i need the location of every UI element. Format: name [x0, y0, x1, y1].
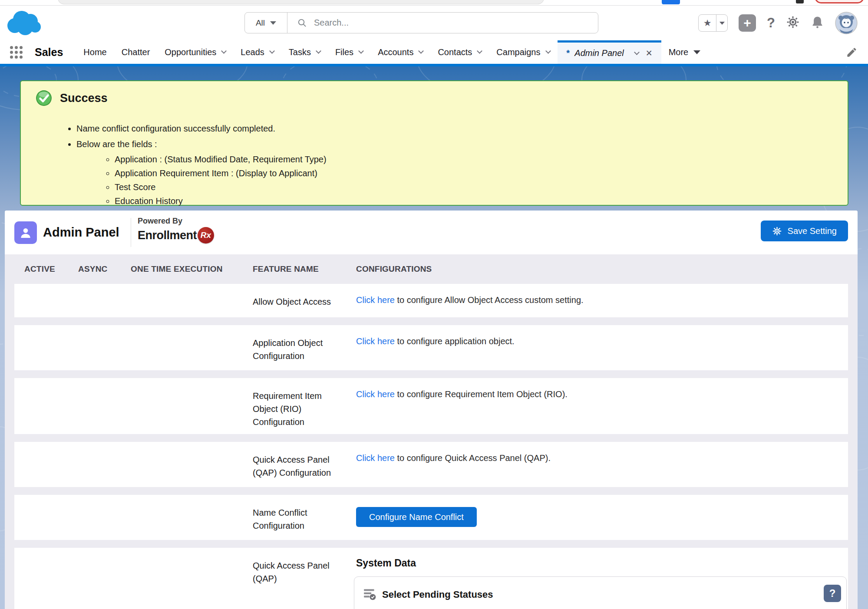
alert-field-item: Application Requirement Item : (Display … — [115, 168, 848, 178]
gear-icon — [772, 226, 782, 236]
admin-panel-card: Admin Panel Powered By Enrollment Rx Sav… — [5, 211, 858, 609]
admin-panel-header: Admin Panel Powered By Enrollment Rx Sav… — [5, 211, 858, 254]
nav-item-campaigns[interactable]: Campaigns — [489, 47, 557, 57]
search-scope-selector[interactable]: All — [245, 13, 287, 33]
header-utility-icons: ★ + ? — [698, 12, 858, 34]
notifications-bell-icon[interactable] — [811, 16, 824, 31]
save-setting-button[interactable]: Save Setting — [761, 221, 848, 241]
favorites-dropdown-icon[interactable] — [716, 15, 727, 31]
feature-name: Quick Access Panel (QAP) Configuration — [253, 453, 337, 479]
success-check-icon — [36, 90, 52, 106]
configuration-cell: Click here to configure Allow Object Acc… — [356, 295, 584, 305]
setup-gear-icon[interactable] — [786, 15, 800, 31]
salesforce-admin-panel-screen: LWC All ★ + ? — [0, 0, 868, 609]
chevron-down-icon[interactable] — [221, 48, 227, 54]
table-row-name-conflict: Name Conflict Configuration Configure Na… — [14, 495, 848, 540]
col-async: ASYNC — [78, 264, 108, 274]
select-pending-statuses-section[interactable]: Select Pending Statuses ? — [354, 576, 847, 609]
scope-dropdown-icon — [270, 21, 276, 25]
feature-table-header: ACTIVE ASYNC ONE TIME EXECUTION FEATURE … — [5, 254, 858, 284]
feature-name: Name Conflict Configuration — [253, 506, 337, 532]
chevron-down-icon[interactable] — [419, 48, 424, 54]
chevron-down-icon[interactable] — [358, 48, 364, 54]
success-alert-header: Success — [21, 81, 848, 106]
chevron-down-icon[interactable] — [545, 48, 551, 54]
nav-item-accounts[interactable]: Accounts — [370, 47, 430, 57]
table-row-quick-access-panel-config: Quick Access Panel (QAP) Configuration C… — [14, 442, 848, 487]
col-configurations: CONFIGURATIONS — [356, 264, 432, 274]
browser-extension-icon[interactable] — [796, 0, 804, 3]
admin-user-icon — [14, 221, 37, 244]
section-help-button[interactable]: ? — [824, 585, 841, 602]
nav-item-tasks[interactable]: Tasks — [281, 47, 328, 57]
alert-message-list: Name conflict configuration successfully… — [21, 124, 848, 206]
alert-field-item: Test Score — [115, 182, 848, 192]
user-avatar[interactable] — [835, 12, 858, 34]
nav-item-chatter[interactable]: Chatter — [114, 47, 158, 57]
configuration-cell: Click here to configure application obje… — [356, 336, 515, 346]
chevron-down-icon[interactable] — [269, 48, 275, 54]
col-active: ACTIVE — [24, 264, 55, 274]
active-tab-label: Admin Panel — [574, 48, 624, 58]
feature-name: Allow Object Access — [253, 295, 337, 308]
salesforce-logo — [4, 8, 44, 37]
configuration-cell: Click here to configure Requirement Item… — [356, 389, 568, 399]
click-here-link[interactable]: Click here — [356, 336, 395, 346]
nav-item-contacts[interactable]: Contacts — [430, 47, 489, 57]
favorites-star-icon[interactable]: ★ — [699, 15, 716, 31]
nav-item-files[interactable]: Files — [328, 47, 370, 57]
search-icon — [297, 18, 307, 28]
select-pending-statuses-label: Select Pending Statuses — [382, 589, 493, 600]
alert-field-item: Application : (Status Modified Date, Req… — [115, 155, 848, 165]
feature-name: Requirement Item Object (RIO) Configurat… — [253, 389, 337, 428]
search-input[interactable] — [314, 18, 598, 28]
alert-title: Success — [60, 92, 108, 105]
configure-name-conflict-button[interactable]: Configure Name Conflict — [356, 507, 477, 527]
table-row-requirement-item-object: Requirement Item Object (RIO) Configurat… — [14, 378, 848, 434]
help-icon[interactable]: ? — [767, 15, 775, 31]
page-title: Admin Panel — [43, 211, 119, 254]
app-launcher-icon[interactable] — [10, 46, 23, 59]
feature-name: Quick Access Panel (QAP) — [253, 559, 337, 585]
close-tab-icon[interactable]: ✕ — [646, 48, 653, 58]
click-here-link[interactable]: Click here — [356, 389, 395, 399]
list-check-icon — [363, 587, 377, 601]
nav-item-more[interactable]: More — [661, 47, 708, 57]
feature-name: Application Object Configuration — [253, 336, 337, 362]
browser-address-bar[interactable] — [58, 0, 544, 4]
tab-admin-panel-active[interactable]: * Admin Panel ✕ — [558, 40, 661, 64]
nav-item-leads[interactable]: Leads — [233, 47, 281, 57]
click-here-link[interactable]: Click here — [356, 453, 395, 463]
chevron-down-icon[interactable] — [634, 49, 640, 55]
powered-by-label: Powered By — [138, 217, 214, 226]
nav-item-opportunities[interactable]: Opportunities — [157, 47, 233, 57]
search-scope-label: All — [256, 18, 265, 28]
click-here-link[interactable]: Click here — [356, 295, 395, 305]
unsaved-marker: * — [566, 48, 570, 58]
favorites-button-group: ★ — [698, 14, 728, 32]
global-actions-plus-icon[interactable]: + — [739, 14, 756, 32]
enrollmentrx-logo: Rx — [198, 227, 214, 244]
system-data-heading: System Data — [356, 557, 416, 569]
lwc-badge[interactable]: LWC — [662, 0, 680, 4]
save-setting-label: Save Setting — [788, 226, 837, 236]
page-background: Success Name conflict configuration succ… — [0, 66, 868, 609]
nav-item-home[interactable]: Home — [76, 47, 114, 57]
edit-nav-pencil-icon[interactable] — [846, 46, 858, 58]
col-one-time-execution: ONE TIME EXECUTION — [131, 264, 223, 274]
alert-fields-list: Application : (Status Modified Date, Req… — [76, 155, 848, 206]
global-header: All ★ + ? — [0, 6, 868, 40]
success-alert: Success Name conflict configuration succ… — [20, 80, 848, 206]
table-row-allow-object-access: Allow Object Access Click here to config… — [14, 284, 848, 317]
chevron-down-icon[interactable] — [477, 48, 482, 54]
header-divider — [131, 218, 131, 247]
browser-record-button[interactable] — [815, 0, 864, 3]
col-feature-name: FEATURE NAME — [253, 264, 319, 274]
chevron-down-icon[interactable] — [316, 48, 321, 54]
alert-field-item: Education History — [115, 196, 848, 206]
table-row-application-object: Application Object Configuration Click h… — [14, 325, 848, 370]
alert-bullet: Below are the fields : Application : (St… — [76, 139, 848, 206]
configuration-cell: Click here to configure Quick Access Pan… — [356, 453, 551, 463]
browser-chrome-strip: LWC — [0, 0, 868, 6]
alert-bullet: Name conflict configuration successfully… — [76, 124, 848, 134]
